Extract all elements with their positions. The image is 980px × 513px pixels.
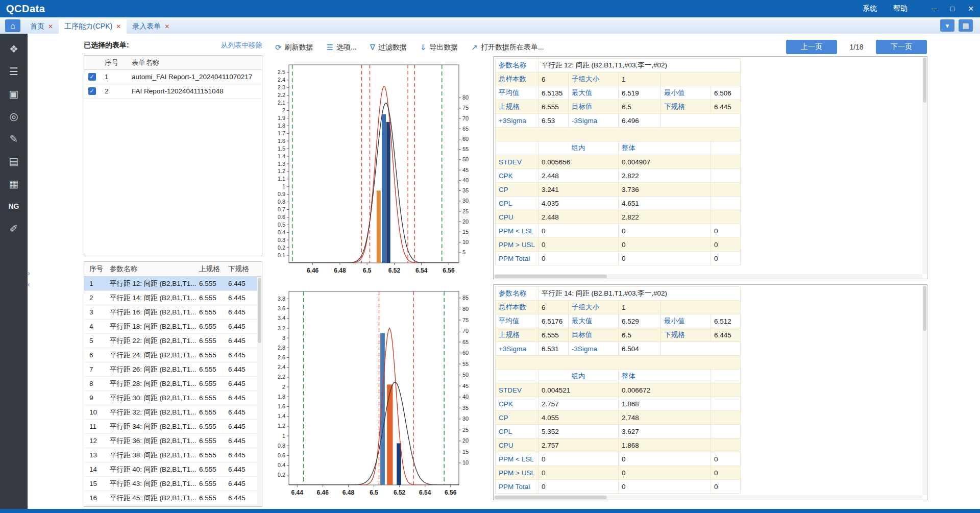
stats-horizontal-scrollbar[interactable]: [494, 274, 922, 279]
parameter-row[interactable]: 7平行距 26: 间距 (B2,B1,T1...6.5556.445: [84, 362, 262, 377]
tab-close-icon[interactable]: ✕: [116, 23, 121, 30]
form-edit-icon[interactable]: ▤: [4, 150, 24, 173]
app-title: QCData: [6, 3, 45, 15]
stats-row: STDEV0.0056560.004907: [496, 155, 741, 169]
param-no: 14: [84, 466, 106, 473]
tab-home[interactable]: 首页✕: [24, 19, 59, 34]
brush-icon[interactable]: ✐: [4, 217, 24, 240]
toolbar-button-label: 选项...: [336, 43, 357, 52]
stats-horizontal-scrollbar[interactable]: [494, 495, 922, 500]
stats-value: 1.868: [618, 397, 710, 411]
scrollbar-thumb[interactable]: [258, 278, 261, 343]
tab-label: 录入表单: [132, 22, 161, 31]
form-list-item[interactable]: ✓2FAI Report-120240411151048: [84, 84, 262, 99]
scrollbar-thumb[interactable]: [495, 496, 607, 499]
pencil-icon[interactable]: ✎: [4, 128, 24, 150]
parameter-row[interactable]: 10平行距 32: 间距 (B2,B1,T1...6.5556.445: [84, 405, 262, 420]
ng-icon[interactable]: NG: [4, 195, 24, 217]
parameter-row[interactable]: 3平行距 16: 间距 (B2,B1,T1...6.5556.445: [84, 305, 262, 320]
param-usl: 6.555: [199, 466, 228, 473]
parameter-row[interactable]: 15平行距 43: 间距 (B2,B1,T1...6.5556.445: [84, 477, 262, 491]
param-lsl: 6.445: [228, 437, 256, 445]
stats-label: 最大值: [568, 86, 618, 100]
svg-text:3.6: 3.6: [278, 305, 285, 311]
stats-value: 6.5: [618, 100, 660, 114]
param-usl: 6.555: [199, 437, 228, 445]
stats-vertical-scrollbar[interactable]: [922, 57, 927, 274]
export-data-button[interactable]: ⇓导出数据: [417, 41, 461, 54]
menu-help[interactable]: 帮助: [885, 4, 916, 13]
tab-scroll-button[interactable]: ▾: [940, 19, 954, 32]
stats-row: 总样本数6子组大小1: [496, 72, 741, 86]
close-button[interactable]: ✕: [962, 0, 980, 17]
svg-text:50: 50: [462, 156, 469, 162]
svg-text:3.2: 3.2: [278, 325, 285, 331]
parameter-row[interactable]: 9平行距 30: 间距 (B2,B1,T1...6.5556.445: [84, 391, 262, 405]
stats-label: -3Sigma: [568, 342, 618, 356]
scrollbar-thumb[interactable]: [923, 286, 926, 331]
svg-text:0.1: 0.1: [278, 252, 285, 258]
form-checkbox[interactable]: ✓: [88, 73, 96, 81]
parameter-row[interactable]: 13平行距 38: 间距 (B2,B1,T1...6.5556.445: [84, 448, 262, 462]
next-page-button[interactable]: 下一页: [876, 40, 927, 54]
remove-from-list-link[interactable]: 从列表中移除: [221, 41, 262, 50]
tab-cpk[interactable]: 工序能力(CPK)✕: [59, 19, 127, 34]
expand-panel-icon[interactable]: ›: [28, 270, 30, 277]
home-tab-button[interactable]: ⌂: [5, 19, 20, 32]
collapse-panel-icon[interactable]: ‹: [28, 281, 30, 288]
parameter-row[interactable]: 1平行距 12: 间距 (B2,B1,T1...6.5556.445: [84, 277, 262, 291]
stats-value: 6.506: [710, 86, 740, 100]
parameter-row[interactable]: 14平行距 40: 间距 (B2,B1,T1...6.5556.445: [84, 462, 262, 477]
svg-text:2.1: 2.1: [278, 100, 285, 106]
scrollbar-thumb[interactable]: [923, 58, 926, 103]
form-checkbox[interactable]: ✓: [88, 87, 96, 95]
stats-empty-cell: [710, 370, 740, 383]
tab-list-button[interactable]: ▦: [959, 19, 973, 32]
stats-label: 子组大小: [568, 301, 618, 314]
stats-row: 平均值6.5135最大值6.519最小值6.506: [496, 86, 741, 100]
tab-input-form[interactable]: 录入表单✕: [127, 19, 175, 34]
stats-vertical-scrollbar[interactable]: [922, 285, 927, 495]
sliders-icon[interactable]: ☰: [4, 60, 24, 83]
svg-text:45: 45: [462, 167, 469, 173]
forms-table-header: 序号 表单名称: [84, 56, 262, 70]
options-button[interactable]: ☰选项...: [324, 41, 360, 54]
open-source-form-button[interactable]: ↗打开数据所在表单...: [468, 41, 547, 54]
parameter-row[interactable]: 4平行距 18: 间距 (B2,B1,T1...6.5556.445: [84, 320, 262, 334]
cube-icon[interactable]: ▣: [4, 83, 24, 105]
stats-label: 参数名称: [496, 287, 538, 301]
stats-col-header: 组内: [538, 141, 618, 155]
parameter-row[interactable]: 12平行距 36: 间距 (B2,B1,T1...6.5556.445: [84, 434, 262, 448]
parameter-row[interactable]: 11平行距 34: 间距 (B2,B1,T1...6.5556.445: [84, 420, 262, 434]
parameter-row[interactable]: 6平行距 24: 间距 (B2,B1,T1...6.5556.445: [84, 348, 262, 362]
tab-close-icon[interactable]: ✕: [164, 23, 169, 30]
filter-data-button[interactable]: ∇过滤数据: [367, 41, 410, 54]
parameter-row[interactable]: 16平行距 45: 间距 (B2,B1,T1...6.5556.445: [84, 491, 262, 505]
stats-value: 0: [618, 466, 710, 480]
stats-empty-cell: [660, 114, 740, 128]
stats-label: PPM Total: [496, 480, 538, 494]
parameter-row[interactable]: 5平行距 22: 间距 (B2,B1,T1...6.5556.445: [84, 334, 262, 348]
stats-label: CP: [496, 183, 538, 197]
parameter-row[interactable]: 2平行距 14: 间距 (B2,B1,T1...6.5556.445: [84, 291, 262, 305]
minimize-button[interactable]: ─: [925, 0, 943, 17]
stats-value: 平行距 12: 间距 (B2,B1,T1,#03,李一,#02): [538, 59, 740, 72]
target-icon[interactable]: ◎: [4, 105, 24, 128]
scrollbar-thumb[interactable]: [495, 275, 607, 278]
image-icon[interactable]: ▦: [4, 173, 24, 195]
stats-value: 1: [618, 72, 660, 86]
tab-close-icon[interactable]: ✕: [48, 23, 53, 30]
params-vertical-scrollbar[interactable]: [257, 277, 262, 506]
parameter-row[interactable]: 8平行距 28: 间距 (B2,B1,T1...6.5556.445: [84, 377, 262, 391]
histogram-chart: 0.10.20.30.40.50.60.70.80.911.11.21.31.4…: [267, 58, 482, 278]
form-list-item[interactable]: ✓1automi_FAI Report-1_20240411070217: [84, 70, 262, 84]
tag-icon[interactable]: ❖: [4, 38, 24, 60]
param-no: 12: [84, 437, 106, 445]
menu-system[interactable]: 系统: [854, 4, 885, 13]
prev-page-button[interactable]: 上一页: [786, 40, 837, 54]
refresh-data-button[interactable]: ⟳刷新数据: [272, 41, 316, 54]
maximize-button[interactable]: □: [943, 0, 962, 17]
param-name: 平行距 12: 间距 (B2,B1,T1...: [106, 279, 199, 288]
tab-label: 工序能力(CPK): [64, 22, 112, 31]
stats-row: 上规格6.555目标值6.5下规格6.445: [496, 328, 741, 342]
